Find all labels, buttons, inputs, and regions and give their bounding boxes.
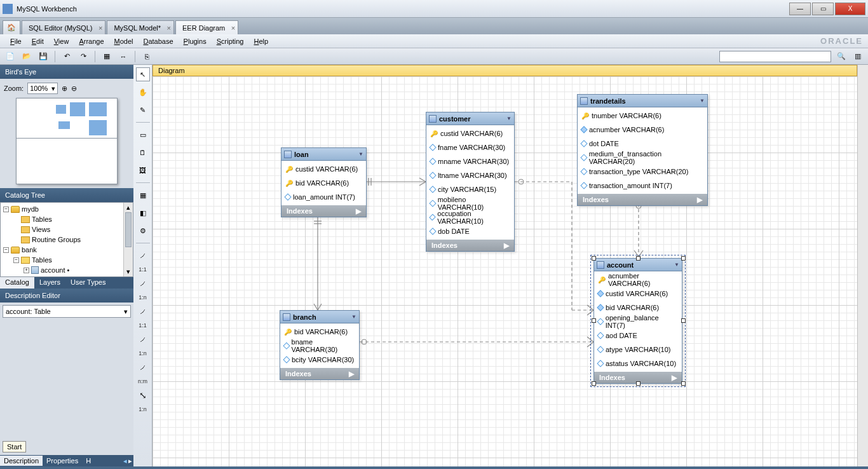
grid-button[interactable]: ▦ bbox=[100, 50, 113, 63]
collapse-icon[interactable]: ▼ bbox=[351, 314, 356, 320]
column[interactable]: transaction_amount INT(7) bbox=[578, 179, 707, 193]
redo-button[interactable]: ↷ bbox=[77, 50, 90, 63]
column[interactable]: medium_of_transaction VARCHAR(20) bbox=[578, 151, 707, 165]
tree-item-account[interactable]: +account • bbox=[2, 265, 132, 275]
birds-eye-minimap[interactable] bbox=[16, 98, 118, 184]
tab-mysql-model[interactable]: MySQL Model* × bbox=[107, 20, 174, 34]
nav-left-icon[interactable]: ◂ bbox=[123, 457, 127, 465]
column[interactable]: 🔑tnumber VARCHAR(6) bbox=[578, 109, 707, 123]
search-input[interactable] bbox=[719, 51, 831, 62]
home-tab[interactable]: 🏠 bbox=[3, 20, 20, 34]
catalog-tab-usertypes[interactable]: User Types bbox=[65, 277, 111, 289]
diagram-canvas[interactable]: loan▼🔑custid VARCHAR(6)🔑bid VARCHAR(6)lo… bbox=[153, 76, 857, 466]
column[interactable]: dot DATE bbox=[578, 137, 707, 151]
column[interactable]: dob DATE bbox=[426, 224, 514, 238]
desc-tab-h[interactable]: H bbox=[82, 456, 95, 466]
tree-item-branch[interactable]: +branch • bbox=[2, 275, 132, 277]
collapse-icon[interactable]: ▼ bbox=[674, 262, 679, 268]
close-button[interactable]: X bbox=[835, 3, 865, 15]
tree-item-routine[interactable]: Routine Groups bbox=[2, 234, 132, 245]
maximize-button[interactable]: ▭ bbox=[812, 3, 834, 15]
entity-loan[interactable]: loan▼🔑custid VARCHAR(6)🔑bid VARCHAR(6)lo… bbox=[281, 147, 367, 217]
entity-header[interactable]: branch▼ bbox=[280, 311, 359, 323]
resize-handle[interactable] bbox=[681, 318, 686, 323]
new-file-button[interactable]: 📄 bbox=[4, 50, 17, 63]
collapse-icon[interactable]: ▼ bbox=[506, 116, 512, 121]
tree-item-tables[interactable]: Tables bbox=[2, 214, 132, 224]
nav-right-icon[interactable]: ▸ bbox=[128, 457, 132, 465]
rel-1-1-nonid-tool[interactable]: ⟋ bbox=[136, 304, 150, 318]
column[interactable]: acnumber VARCHAR(6) bbox=[578, 123, 707, 137]
tree-item-views[interactable]: Views bbox=[2, 224, 132, 234]
collapse-icon[interactable]: ▼ bbox=[358, 151, 363, 157]
desc-tab-description[interactable]: Description bbox=[0, 456, 43, 466]
menu-help[interactable]: Help bbox=[249, 36, 274, 46]
catalog-tab-catalog[interactable]: Catalog bbox=[0, 277, 34, 289]
desc-tab-properties[interactable]: Properties bbox=[43, 456, 82, 466]
close-icon[interactable]: × bbox=[167, 24, 171, 32]
column[interactable]: 🔑bid VARCHAR(6) bbox=[280, 325, 359, 339]
search-button[interactable]: 🔍 bbox=[835, 50, 848, 63]
entity-branch[interactable]: branch▼🔑bid VARCHAR(6)bname VARCHAR(30)b… bbox=[280, 310, 360, 380]
tree-item-bank-tables[interactable]: −Tables bbox=[2, 255, 132, 265]
entity-header[interactable]: trandetails▼ bbox=[578, 95, 707, 107]
column[interactable]: 🔑acnumber VARCHAR(6) bbox=[594, 273, 682, 287]
canvas-scrollbar-v[interactable] bbox=[857, 65, 868, 466]
column[interactable]: opening_balance INT(7) bbox=[594, 315, 682, 329]
menu-arrange[interactable]: Arrange bbox=[74, 36, 109, 46]
menu-file[interactable]: File bbox=[5, 36, 27, 46]
entity-trandetails[interactable]: trandetails▼🔑tnumber VARCHAR(6)acnumber … bbox=[577, 94, 708, 206]
entity-customer[interactable]: customer▼🔑custid VARCHAR(6)fname VARCHAR… bbox=[426, 112, 515, 252]
resize-handle[interactable] bbox=[592, 256, 596, 261]
tree-item-mydb[interactable]: −mydb bbox=[2, 204, 132, 214]
tree-scrollbar[interactable]: ▴ ▾ bbox=[123, 203, 133, 276]
zoom-out-icon[interactable]: ⊖ bbox=[71, 85, 77, 93]
column[interactable]: fname VARCHAR(30) bbox=[426, 140, 514, 154]
rel-n-m-tool[interactable]: ⟋ bbox=[136, 360, 150, 374]
menu-view[interactable]: View bbox=[49, 36, 74, 46]
indexes-section[interactable]: Indexes▶ bbox=[280, 368, 359, 379]
close-icon[interactable]: × bbox=[98, 24, 102, 32]
collapse-icon[interactable]: ▼ bbox=[700, 98, 705, 104]
resize-handle[interactable] bbox=[681, 256, 686, 261]
zoom-combo[interactable]: 100%▾ bbox=[27, 83, 58, 94]
layer-tool[interactable]: ▭ bbox=[136, 128, 150, 142]
column[interactable]: 🔑bid VARCHAR(6) bbox=[281, 176, 366, 190]
hand-tool[interactable]: ✋ bbox=[136, 85, 150, 99]
catalog-tab-layers[interactable]: Layers bbox=[34, 277, 65, 289]
column[interactable]: 🔑custid VARCHAR(6) bbox=[281, 162, 366, 176]
description-combo[interactable]: account: Table▾ bbox=[3, 305, 131, 318]
menu-database[interactable]: Database bbox=[138, 36, 178, 46]
rel-existing-tool[interactable]: ⤡ bbox=[136, 388, 150, 402]
entity-account[interactable]: account▼🔑acnumber VARCHAR(6)custid VARCH… bbox=[593, 258, 682, 384]
tab-eer-diagram[interactable]: EER Diagram × bbox=[175, 20, 238, 34]
column[interactable]: mobileno VARCHAR(10) bbox=[426, 196, 514, 210]
indexes-section[interactable]: Indexes▶ bbox=[426, 240, 514, 251]
tree-item-bank[interactable]: −bank bbox=[2, 245, 132, 255]
resize-handle[interactable] bbox=[636, 381, 641, 386]
catalog-tree[interactable]: −mydb Tables Views Routine Groups −bank … bbox=[0, 202, 133, 277]
column[interactable]: 🔑custid VARCHAR(6) bbox=[426, 126, 514, 140]
column[interactable]: ltname VARCHAR(30) bbox=[426, 168, 514, 182]
tab-sql-editor[interactable]: SQL Editor (MySQL) × bbox=[22, 20, 105, 34]
column[interactable]: atype VARCHAR(10) bbox=[594, 343, 682, 357]
column[interactable]: bcity VARCHAR(30) bbox=[280, 353, 359, 367]
resize-handle[interactable] bbox=[681, 381, 686, 386]
entity-header[interactable]: customer▼ bbox=[426, 112, 514, 125]
description-text[interactable] bbox=[0, 320, 133, 455]
menu-plugins[interactable]: Plugins bbox=[179, 36, 212, 46]
view-tool[interactable]: ◧ bbox=[136, 206, 150, 220]
image-tool[interactable]: 🖼 bbox=[136, 163, 150, 177]
column[interactable]: transaction_type VARCHAR(20) bbox=[578, 165, 707, 179]
entity-header[interactable]: loan▼ bbox=[281, 148, 366, 161]
rel-1-1-tool[interactable]: ⟋ bbox=[136, 248, 150, 262]
zoom-in-icon[interactable]: ⊕ bbox=[62, 85, 67, 93]
column[interactable]: occupation VARCHAR(10) bbox=[426, 210, 514, 224]
column[interactable]: loan_amount INT(7) bbox=[281, 190, 366, 204]
routine-tool[interactable]: ⚙ bbox=[136, 224, 150, 238]
align-button[interactable]: ↔ bbox=[117, 50, 130, 63]
column[interactable]: bid VARCHAR(6) bbox=[594, 301, 682, 315]
column[interactable]: bname VARCHAR(30) bbox=[280, 339, 359, 353]
sidebar-toggle-button[interactable]: ▥ bbox=[851, 50, 864, 63]
pointer-tool[interactable]: ↖ bbox=[136, 67, 150, 81]
